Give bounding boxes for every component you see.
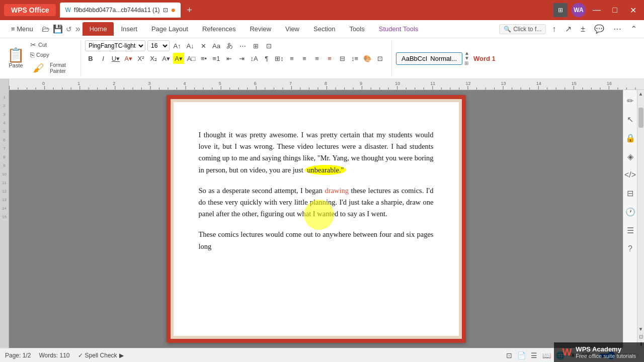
tab-student-tools[interactable]: Student Tools [372, 22, 426, 36]
bullets-button[interactable]: ≡• [198, 53, 209, 64]
style-expand[interactable]: ⊞ [464, 61, 469, 66]
decrease-indent-button[interactable]: ⇤ [223, 53, 234, 64]
show-marks-button[interactable]: ¶ [261, 53, 272, 64]
share-icon[interactable]: ↑ [549, 24, 559, 35]
paragraph-settings-button[interactable]: ⊞↕ [274, 53, 285, 64]
export-icon[interactable]: ↗ [562, 23, 575, 35]
tab-menu[interactable]: ≡ Menu [4, 22, 40, 36]
document-tab[interactable]: W f9bd4bbd0477a...cb744da11 (1) ⊡ ● [60, 3, 181, 18]
gutter-num-5: 5 [3, 129, 5, 134]
italic-button[interactable]: I [98, 53, 109, 64]
quick-access-save[interactable]: 💾 [51, 24, 64, 34]
tab-review[interactable]: Review [243, 22, 278, 36]
border-button[interactable]: ⊡ [374, 53, 385, 64]
scroll-thumb[interactable] [638, 108, 643, 128]
tab-tools[interactable]: Tools [342, 22, 371, 36]
sort-button[interactable]: ↕A [249, 53, 260, 64]
more-font-button[interactable]: ⋯ [237, 40, 248, 51]
view-switcher[interactable]: ⊞ [553, 3, 568, 17]
tab-references[interactable]: References [195, 22, 243, 36]
search-bar[interactable]: 🔍 Click to f... [499, 24, 546, 34]
increase-indent-button[interactable]: ⇥ [236, 53, 247, 64]
fill-color-button[interactable]: 🎨 [362, 53, 373, 64]
avatar[interactable]: WA [572, 3, 586, 17]
help-icon[interactable]: ? [626, 242, 634, 255]
comment-icon[interactable]: 💬 [591, 23, 607, 35]
history-icon[interactable]: 🕐 [623, 205, 637, 219]
align-right-button[interactable]: ≡ [311, 53, 323, 64]
line-spacing-button[interactable]: ↕≡ [349, 53, 360, 64]
layout-icon[interactable]: ⊟ [625, 187, 635, 200]
tab-page-layout[interactable]: Page Layout [144, 22, 195, 36]
style-normal[interactable]: AaBbCcI Normal... [396, 52, 462, 65]
spell-check-status[interactable]: ✓ Spell Check ▶ [78, 352, 124, 359]
quick-access-open[interactable]: 🗁 [40, 25, 51, 34]
underline-button[interactable]: U▾ [110, 53, 121, 64]
numbering-button[interactable]: ≡1 [211, 53, 222, 64]
quick-access-more[interactable]: » [75, 24, 80, 34]
collapse-ribbon-icon[interactable]: ⌃ [627, 23, 640, 35]
track-changes-icon[interactable]: ± [578, 24, 588, 35]
table-icon[interactable]: ⊞ [250, 40, 261, 51]
tab-home[interactable]: Home [83, 22, 114, 36]
wps-office-button[interactable]: WPS Office [4, 4, 56, 16]
document-page[interactable]: I thought it was pretty awesome. I was p… [167, 95, 466, 343]
align-left-button[interactable]: ≡ [286, 53, 297, 64]
scroll-down-button[interactable]: ▼ [637, 325, 644, 333]
scroll-up-button[interactable]: ▲ [637, 90, 644, 98]
columns-button[interactable]: ⊟ [337, 53, 348, 64]
highlight-button[interactable]: A▾ [173, 53, 184, 64]
copy-button[interactable]: ⎘ Copy [29, 50, 74, 59]
more-options-icon[interactable]: ⋯ [610, 23, 624, 35]
page-view-icon[interactable]: ⊡ [506, 351, 512, 359]
font-name-select[interactable]: PingFangTC-light [85, 40, 145, 51]
select-mode-icon[interactable]: ↖ [625, 113, 635, 126]
tab-insert[interactable]: Insert [114, 22, 144, 36]
wps-academy-subtitle: Free office suite tutorials [576, 353, 636, 359]
vertical-scrollbar[interactable]: ▲ ▼ ⊡ ⬇ [637, 90, 644, 348]
char-border-button[interactable]: A□ [186, 53, 197, 64]
maximize-button[interactable]: □ [608, 3, 622, 17]
wps-academy-title: WPS Academy [576, 345, 636, 353]
paste-label: Paste [9, 62, 23, 68]
phonetic-button[interactable]: あ [224, 40, 235, 51]
bold-button[interactable]: B [85, 53, 96, 64]
font-decrease-button[interactable]: A↓ [185, 40, 196, 51]
print-layout-icon[interactable]: 📄 [517, 351, 526, 359]
shading-button[interactable]: A▾ [160, 53, 172, 64]
tab-section[interactable]: Section [306, 22, 342, 36]
font-color-button[interactable]: A▾ [123, 53, 134, 64]
minimize-button[interactable]: — [590, 3, 604, 17]
ai-icon[interactable]: ◈ [625, 150, 635, 163]
paragraph-3: These comics lectures would come out to … [199, 229, 434, 252]
align-justify-button[interactable]: ≡ [324, 53, 335, 64]
style-preview: AaBbCcI [401, 55, 427, 62]
superscript-button[interactable]: X² [135, 53, 146, 64]
font-size-select[interactable]: 16 [147, 40, 170, 51]
edit-mode-icon[interactable]: ✏ [625, 94, 635, 108]
quick-access-undo[interactable]: ↺ [64, 25, 73, 33]
document-area[interactable]: I thought it was pretty awesome. I was p… [9, 90, 623, 348]
table-of-contents-icon[interactable]: ☰ [625, 224, 636, 237]
border-icon[interactable]: ⊡ [263, 40, 274, 51]
lock-icon[interactable]: 🔒 [623, 131, 637, 145]
outline-view-icon[interactable]: ☰ [531, 351, 537, 359]
cut-button[interactable]: ✂ Cut [29, 40, 74, 49]
subscript-button[interactable]: X₂ [148, 53, 159, 64]
reading-view-icon[interactable]: 📖 [542, 351, 551, 359]
scroll-track[interactable] [637, 98, 644, 325]
tab-view[interactable]: View [278, 22, 306, 36]
tab-close-icon[interactable]: ⊡ [163, 7, 168, 14]
font-case-button[interactable]: Aa [211, 40, 222, 51]
fit-page-button[interactable]: ⊡ [638, 333, 644, 340]
code-icon[interactable]: </> [622, 168, 638, 182]
align-center-button[interactable]: ≡ [299, 53, 310, 64]
paste-button[interactable]: 📋 Paste [4, 47, 28, 69]
font-format-row: B I U▾ A▾ X² X₂ A▾ A▾ A□ ≡• ≡1 ⇤ ⇥ ↕A ¶ … [85, 53, 385, 64]
document-content[interactable]: I thought it was pretty awesome. I was p… [199, 129, 434, 252]
format-painter-button[interactable]: 🖌 Format Painter [29, 60, 74, 76]
new-tab-button[interactable]: + [187, 5, 192, 16]
close-button[interactable]: ✕ [626, 3, 640, 17]
clear-format-button[interactable]: ✕ [198, 40, 209, 51]
font-increase-button[interactable]: A↑ [172, 40, 183, 51]
